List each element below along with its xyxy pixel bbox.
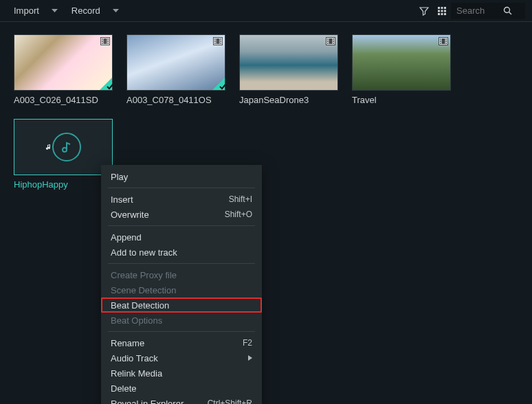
svg-rect-25	[327, 38, 335, 45]
menu-item-scene-detection: Scene Detection	[101, 282, 262, 298]
menu-item-label: Beat Options	[111, 315, 162, 326]
grid-view-icon[interactable]	[433, 2, 451, 20]
record-menu[interactable]: Record	[65, 5, 126, 16]
svg-rect-3	[438, 10, 440, 12]
filmstrip-icon	[213, 37, 223, 45]
menu-item-label: Append	[111, 232, 142, 243]
menu-item-beat-options: Beat Options	[101, 313, 262, 328]
menu-item-label: Relink Media	[111, 368, 162, 379]
svg-rect-0	[438, 7, 440, 9]
music-note-icon	[45, 144, 52, 150]
record-label: Record	[71, 5, 100, 16]
menu-separator	[108, 188, 255, 188]
menu-shortcut: Shift+I	[229, 194, 252, 204]
context-menu: PlayInsertShift+IOverwriteShift+OAppendA…	[101, 165, 262, 404]
media-clip[interactable]: Travel	[352, 34, 451, 105]
menu-item-label: Play	[111, 172, 128, 182]
chevron-down-icon	[52, 9, 58, 12]
media-clip[interactable]: A003_C026_0411SD	[14, 34, 113, 105]
menu-item-delete[interactable]: Delete	[101, 381, 262, 396]
svg-rect-11	[102, 38, 109, 45]
svg-rect-7	[441, 13, 443, 15]
menu-item-label: Add to new track	[111, 247, 177, 258]
menu-item-play[interactable]: Play	[101, 169, 262, 184]
clip-name: A003_C078_0411OS	[126, 95, 225, 105]
clip-name: Travel	[352, 95, 451, 105]
search-box[interactable]	[451, 3, 525, 19]
media-clip[interactable]: JapanSeaDrone3	[239, 34, 338, 105]
svg-rect-2	[444, 7, 446, 9]
svg-rect-5	[444, 10, 446, 12]
video-thumbnail[interactable]	[239, 34, 338, 91]
menu-item-beat-detection[interactable]: Beat Detection	[101, 298, 262, 313]
menu-shortcut: Shift+O	[225, 210, 252, 219]
menu-item-label: Rename	[111, 338, 144, 348]
menu-item-label: Create Proxy file	[111, 270, 177, 280]
menu-item-rename[interactable]: RenameF2	[101, 335, 262, 350]
clip-name: HiphopHappy	[14, 179, 113, 190]
menu-item-insert[interactable]: InsertShift+I	[101, 192, 262, 207]
media-gallery: A003_C026_0411SDA003_C078_0411OSJapanSea…	[0, 22, 532, 202]
audio-icon	[52, 133, 81, 161]
menu-item-audio-track[interactable]: Audio Track	[101, 350, 262, 366]
menu-item-relink-media[interactable]: Relink Media	[101, 366, 262, 381]
menu-item-label: Beat Detection	[111, 300, 169, 311]
menu-shortcut: F2	[243, 338, 252, 348]
svg-rect-32	[440, 38, 447, 45]
menu-item-reveal-in-explorer[interactable]: Reveal in ExplorerCtrl+Shift+R	[101, 396, 262, 404]
toolbar: Import Record	[0, 0, 532, 22]
chevron-down-icon	[113, 9, 119, 12]
media-clip[interactable]: A003_C078_0411OS	[126, 34, 225, 105]
search-icon[interactable]	[503, 6, 512, 15]
svg-rect-4	[441, 10, 443, 12]
svg-point-9	[505, 8, 510, 13]
check-icon	[212, 78, 225, 90]
video-thumbnail[interactable]	[14, 34, 113, 91]
svg-line-10	[509, 12, 512, 15]
svg-rect-1	[441, 7, 443, 9]
menu-item-append[interactable]: Append	[101, 229, 262, 245]
menu-separator	[108, 225, 255, 226]
audio-thumbnail[interactable]	[14, 119, 113, 175]
clip-name: A003_C026_0411SD	[14, 95, 113, 105]
menu-item-create-proxy-file: Create Proxy file	[101, 267, 262, 282]
menu-item-label: Reveal in Explorer	[111, 399, 184, 405]
filmstrip-icon	[326, 37, 335, 45]
menu-shortcut: Ctrl+Shift+R	[208, 399, 252, 404]
search-input[interactable]	[456, 5, 498, 16]
video-thumbnail[interactable]	[352, 34, 451, 91]
import-label: Import	[14, 5, 39, 16]
media-clip[interactable]: HiphopHappy	[14, 119, 113, 190]
menu-separator	[108, 263, 255, 264]
svg-rect-18	[214, 38, 222, 45]
filmstrip-icon	[439, 37, 448, 45]
svg-rect-6	[438, 13, 440, 15]
menu-item-label: Overwrite	[111, 210, 149, 220]
filter-icon[interactable]	[415, 2, 433, 20]
filmstrip-icon	[100, 37, 110, 45]
svg-rect-8	[444, 13, 446, 15]
menu-separator	[108, 331, 255, 332]
menu-item-add-to-new-track[interactable]: Add to new track	[101, 245, 262, 260]
menu-item-label: Insert	[111, 194, 133, 205]
menu-item-label: Audio Track	[111, 353, 158, 363]
menu-item-label: Delete	[111, 383, 137, 394]
submenu-arrow-icon	[248, 355, 252, 361]
check-icon	[100, 78, 112, 90]
menu-item-label: Scene Detection	[111, 285, 176, 295]
import-menu[interactable]: Import	[7, 5, 65, 16]
clip-name: JapanSeaDrone3	[239, 95, 338, 105]
video-thumbnail[interactable]	[126, 34, 225, 91]
menu-item-overwrite[interactable]: OverwriteShift+O	[101, 207, 262, 222]
